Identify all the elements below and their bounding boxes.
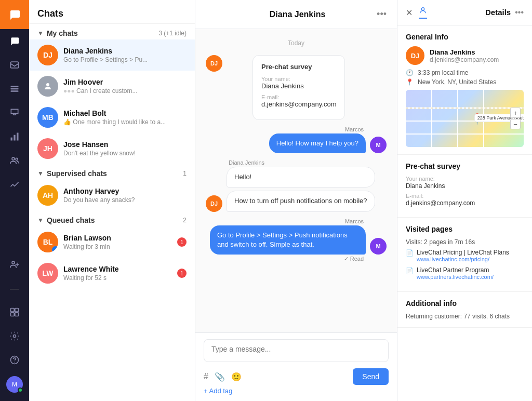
input-tools: # 📎 🙂 <box>204 372 242 382</box>
logo-button[interactable] <box>0 0 29 29</box>
supervised-count: 1 <box>183 170 187 177</box>
visited-pages-section: Visited pages Visits: 2 pages in 7m 16s … <box>397 218 532 292</box>
left-navigation: — M <box>0 0 29 401</box>
add-nav-icon[interactable] <box>0 252 29 276</box>
chat-item-jose[interactable]: JH Jose Hansen Don't eat the yellow snow… <box>29 133 195 164</box>
general-info-time-row: 🕐 3:33 pm local time <box>406 69 524 76</box>
survey-name-val-panel: Diana Jenkins <box>406 182 524 190</box>
svg-rect-2 <box>11 88 19 90</box>
map-zoom-out[interactable]: − <box>510 119 521 129</box>
general-info-avatar: DJ <box>406 46 424 65</box>
team-nav-icon[interactable] <box>0 149 29 172</box>
lawrence-badge: 1 <box>177 269 187 278</box>
diana-sender: Diana Jenkins <box>229 159 387 166</box>
list-nav-icon[interactable] <box>0 77 29 101</box>
analytics-nav-icon[interactable] <box>0 172 29 196</box>
doc-icon-2: 📄 <box>406 267 414 274</box>
chat-item-michael[interactable]: MB Michael Bolt 👍 One more thing I would… <box>29 102 195 133</box>
survey-card: Pre-chat survey Your name: Diana Jenkins… <box>252 55 345 120</box>
emoji-button[interactable]: 🙂 <box>231 372 242 382</box>
jim-info: Jim Hoover ●●● Can I create custom... <box>63 78 187 95</box>
jim-name: Jim Hoover <box>63 78 187 86</box>
survey-name-label-panel: Your name: <box>406 176 524 182</box>
survey-email-label-panel: E-mail: <box>406 193 524 199</box>
general-info-location: New York, NY, United States <box>418 78 496 86</box>
hashtag-button[interactable]: # <box>204 372 208 382</box>
chat-item-anthony[interactable]: AH Anthony Harvey Do you have any snacks… <box>29 180 195 211</box>
help-nav-icon[interactable] <box>0 348 29 372</box>
svg-rect-3 <box>11 90 19 92</box>
survey-title: Pre-chat survey <box>261 63 336 71</box>
jim-avatar <box>37 76 58 97</box>
general-info-time: 3:33 pm local time <box>418 69 468 76</box>
pre-chat-survey-section: Pre-chat survey Your name: Diana Jenkins… <box>397 155 532 218</box>
svg-rect-11 <box>15 309 19 312</box>
anthony-info: Anthony Harvey Do you have any snacks? <box>63 187 187 204</box>
message-input[interactable] <box>204 339 389 362</box>
my-chats-chevron: ▼ <box>37 30 44 37</box>
online-indicator <box>18 387 23 393</box>
svg-rect-6 <box>17 133 18 141</box>
general-info-title: General Info <box>406 33 524 41</box>
michael-info: Michael Bolt 👍 One more thing I would li… <box>63 109 187 126</box>
attachment-button[interactable]: 📎 <box>215 372 225 382</box>
diana-info: Diana Jenkins Go to Profile > Settings >… <box>63 47 187 63</box>
svg-point-17 <box>421 8 424 10</box>
panel-more-button[interactable]: ••• <box>515 8 524 17</box>
chat-item-diana[interactable]: DJ Diana Jenkins Go to Profile > Setting… <box>29 39 195 71</box>
visited-link-title-1: LiveChat Pricing | LiveChat Plans <box>417 249 509 256</box>
send-button[interactable]: Send <box>353 368 389 385</box>
add-tag-button[interactable]: + Add tag <box>204 385 389 395</box>
michael-avatar: MB <box>37 107 58 128</box>
chat-item-jim[interactable]: Jim Hoover ●●● Can I create custom... <box>29 71 195 102</box>
michael-name: Michael Bolt <box>63 109 187 117</box>
close-icon[interactable]: ✕ <box>406 8 413 18</box>
outgoing-bubble-2: Go to Profile > Settings > Push notifica… <box>210 225 366 255</box>
inbox-nav-icon[interactable] <box>0 101 29 125</box>
clock-icon: 🕐 <box>406 69 414 76</box>
visited-link-url-2[interactable]: www.partners.livechatinc.com/ <box>417 274 494 280</box>
chat-list-title: Chats <box>29 0 195 24</box>
lawrence-name: Lawrence White <box>63 265 177 273</box>
outgoing-msg-group-2: Marcos M Go to Profile > Settings > Push… <box>206 218 387 262</box>
visited-link-url-1[interactable]: www.livechatinc.com/pricing/ <box>417 256 509 262</box>
svg-rect-10 <box>11 309 15 312</box>
chat-more-button[interactable]: ••• <box>377 9 387 20</box>
date-divider: Today <box>206 39 387 47</box>
map-zoom-in[interactable]: + <box>510 108 521 118</box>
box-nav-icon[interactable] <box>0 300 29 324</box>
my-chats-label: My chats <box>47 29 158 37</box>
diana-bubbles: Hello! How to turn off push notification… <box>227 167 375 211</box>
supervised-chats-section[interactable]: ▼ Supervised chats 1 <box>29 164 195 180</box>
svg-rect-1 <box>11 86 19 87</box>
marcos-avatar-2: M <box>370 238 387 255</box>
profile-icon[interactable] <box>419 6 427 19</box>
settings-nav-icon[interactable] <box>0 324 29 348</box>
chat-nav-icon[interactable] <box>0 29 29 53</box>
svg-rect-13 <box>15 313 19 316</box>
visited-link-2: 📄 LiveChat Partner Program www.partners.… <box>406 266 524 280</box>
separator-nav-icon: — <box>0 276 29 300</box>
supervised-label: Supervised chats <box>47 169 183 178</box>
svg-point-14 <box>14 335 16 338</box>
chat-item-brian[interactable]: BL f Brian Lawson Waiting for 3 min 1 <box>29 226 195 258</box>
general-info-name-row: DJ Diana Jenkins d.jenkins@company.com <box>406 46 524 65</box>
user-avatar[interactable]: M <box>6 376 23 393</box>
lawrence-info: Lawrence White Waiting for 52 s <box>63 265 177 282</box>
main-chat-area: Diana Jenkins ••• Today DJ Pre-chat surv… <box>195 0 397 401</box>
queued-chats-section[interactable]: ▼ Queued chats 2 <box>29 211 195 226</box>
messages-nav-icon[interactable] <box>0 53 29 77</box>
brian-info: Brian Lawson Waiting for 3 min <box>63 234 177 250</box>
my-chats-section[interactable]: ▼ My chats 3 (+1 idle) <box>29 24 195 39</box>
visited-link-1: 📄 LiveChat Pricing | LiveChat Plans www.… <box>406 249 524 262</box>
chat-input-area: # 📎 🙂 Send + Add tag <box>195 332 397 401</box>
incoming-row: DJ Hello! How to turn off push notificat… <box>206 167 387 211</box>
diana-avatar: DJ <box>37 45 58 65</box>
survey-name-field: Your name: Diana Jenkins <box>261 76 336 90</box>
anthony-preview: Do you have any snacks? <box>63 196 187 204</box>
outgoing-row-2: M Go to Profile > Settings > Push notifi… <box>206 225 387 255</box>
reports-nav-icon[interactable] <box>0 125 29 149</box>
queued-count: 2 <box>183 217 187 224</box>
visited-link-text-2: LiveChat Partner Program www.partners.li… <box>417 266 494 280</box>
chat-item-lawrence[interactable]: LW Lawrence White Waiting for 52 s 1 <box>29 258 195 289</box>
